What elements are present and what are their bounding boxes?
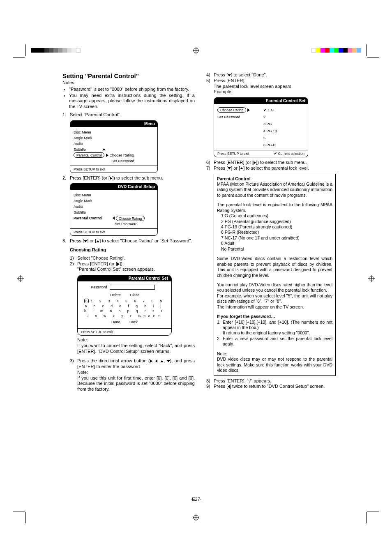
note-item: "Password" is set to "0000" before shipp… xyxy=(69,87,195,92)
rating-level: No Parental xyxy=(221,246,332,252)
password-input-box xyxy=(110,285,155,290)
osd-level: 4 PG 13 xyxy=(263,129,277,133)
info-box-text: MPAA (Motion Picture Association of Amer… xyxy=(217,182,332,198)
info-box-text: For example, when you select level "5", … xyxy=(217,293,332,304)
step-text: Press [ENTER]. "√" appears. xyxy=(214,378,336,384)
osd-footer: Press SETUP to exit xyxy=(78,328,171,335)
osd-item: Audio xyxy=(74,205,111,209)
rating-level: 3 PG (Parental guidance suggested) xyxy=(221,219,332,224)
step-number: 8) xyxy=(206,378,214,384)
info-box-parental-control: Parental Control MPAA (Motion Picture As… xyxy=(214,174,336,376)
substep-7: 7) Press [] or [] to select the parental… xyxy=(206,166,336,171)
note-label: Note: xyxy=(77,370,88,375)
up-arrow-icon xyxy=(102,148,106,150)
note-item: You may need extra instructions during t… xyxy=(69,93,195,110)
registration-mark-top xyxy=(193,47,199,54)
osd-level: 3 PG xyxy=(263,122,272,126)
substep-6: 6) Press [ENTER] (or []) to select the s… xyxy=(206,160,336,166)
osd-item: Set Password xyxy=(217,115,240,119)
step-number: 2) xyxy=(70,261,77,273)
substep-4: 4) Press [] to select "Done". xyxy=(206,72,336,78)
step-text: Press [ENTER] (or []) to select the sub … xyxy=(214,160,336,166)
step-number: 7) xyxy=(206,166,214,171)
step-2: 2. Press [ENTER] (or []) to select the s… xyxy=(62,175,195,181)
info-box-text: The information will appear on the TV sc… xyxy=(217,304,332,310)
step-text: Press the directional arrow button (, , … xyxy=(77,358,195,392)
page-footer: -E27- xyxy=(0,497,392,502)
osd-char-row: 1 2 3 4 5 6 7 8 9 xyxy=(91,299,165,303)
password-label: Password xyxy=(91,285,107,289)
step-text: Press [ENTER] (or []) to select the sub … xyxy=(70,175,195,181)
notes-list: "Password" is set to "0000" before shipp… xyxy=(62,87,195,110)
right-arrow-icon xyxy=(106,154,108,157)
registration-mark-bottom xyxy=(193,514,199,521)
check-icon: ✔ xyxy=(263,108,267,112)
step-3: 3. Press [] or [] to select "Choose Rati… xyxy=(62,238,195,244)
section-heading: Setting "Parental Control" xyxy=(62,72,195,79)
note-text: DVD video discs may or may not respond t… xyxy=(217,357,332,373)
osd-level: 2 xyxy=(263,115,265,119)
check-icon: ✔ xyxy=(274,151,277,156)
osd-item-selected: Choose Rating xyxy=(217,107,246,113)
colorbar-right xyxy=(311,48,361,53)
step-number: 4) xyxy=(206,72,214,78)
info-box-text: Some DVD-Video discs contain a restricti… xyxy=(217,256,332,278)
step-text: Select "Parental Control". xyxy=(70,112,195,118)
rating-level: 7 NC-17 (No one 17 and under admitted) xyxy=(221,235,332,241)
step-number: 5) xyxy=(206,78,214,95)
osd-item: Subtitle xyxy=(74,210,111,214)
osd-char-row: k l m n o p q r s t xyxy=(82,309,167,313)
rating-level: 6 PG-R (Restricted) xyxy=(221,230,332,235)
substep-2: 2) Press [ENTER] (or []). "Parental Cont… xyxy=(70,261,195,273)
osd-parental-control-set-levels: Parental Control Set Choose Rating Set P… xyxy=(214,97,308,157)
step-number: 2. xyxy=(217,336,223,347)
osd-item: Subtitle xyxy=(74,147,111,152)
osd-item: Angle Mark xyxy=(74,136,111,140)
step-number: 9) xyxy=(206,384,214,389)
step-number: 6) xyxy=(206,160,214,166)
step-text: Enter a new password and set the parenta… xyxy=(223,336,332,347)
left-column: Setting "Parental Control" Notes: "Passw… xyxy=(62,72,195,392)
rating-level: 1 G (General audiences) xyxy=(221,213,332,219)
substep-9: 9) Press [] twice to return to "DVD Cont… xyxy=(206,384,336,389)
osd-back: Back xyxy=(129,320,138,324)
osd-footer-left: Press SETUP to exit xyxy=(217,152,249,156)
page-content: Setting "Parental Control" Notes: "Passw… xyxy=(62,72,336,392)
osd-item-selected: Parental Control xyxy=(74,152,104,158)
osd-done: Done xyxy=(111,320,120,324)
osd-char-0: 0 xyxy=(84,299,89,303)
note-text: If you use this unit for first time, ent… xyxy=(77,375,195,392)
choosing-rating-heading: Choosing Rating xyxy=(70,247,195,253)
right-column: 4) Press [] to select "Done". 5) Press [… xyxy=(206,72,336,392)
registration-mark-right xyxy=(368,275,375,282)
info-box-text: The parental lock level is equivalent to… xyxy=(217,202,332,213)
osd-footer: Press SETUP to exit xyxy=(70,228,157,235)
step-text: Press [] or [] to select the parental lo… xyxy=(214,166,336,171)
note-label: Note: xyxy=(217,351,332,357)
osd-char-row: u v w x y z Space xyxy=(82,313,167,318)
step-text: Press [] to select "Done". xyxy=(214,72,336,78)
step-text: Enter [+10],[+10],[+10], and [+10]. (The… xyxy=(223,320,332,330)
osd-level: 6 PG-R xyxy=(263,143,276,147)
step-text: Press [] or [] to select "Choose Rating"… xyxy=(70,238,195,244)
osd-menu: Menu Disc Menu Angle Mark Audio Subtitle… xyxy=(70,120,158,173)
step-text: Press [] twice to return to "DVD Control… xyxy=(214,384,336,389)
osd-item: Audio xyxy=(74,142,111,146)
osd-title: Parental Control Set xyxy=(78,275,171,281)
rating-level: 4 PG-13 (Parents strongly cautioned) xyxy=(221,224,332,230)
note-cancel: If you want to cancel the setting, selec… xyxy=(77,343,195,355)
osd-item: Disc Menu xyxy=(74,193,111,197)
osd-item-selected: Parental Control xyxy=(74,216,111,220)
step-text: Press [ENTER] (or []). "Parental Control… xyxy=(77,261,195,273)
step-number: 2. xyxy=(62,175,70,181)
info-box-text: You cannot play DVD-Video discs rated hi… xyxy=(217,282,332,293)
step-number: 3) xyxy=(70,358,77,392)
step-text: Press [ENTER]. The parental lock level s… xyxy=(214,78,336,95)
osd-char-row: a b c d e f g h i j xyxy=(82,304,167,309)
left-arrow-icon xyxy=(113,216,115,220)
up-arrow-icon xyxy=(160,360,164,362)
step-text: Select "Choose Rating". xyxy=(77,256,195,261)
osd-sub-item: Choose Rating xyxy=(109,153,154,157)
osd-delete: Delete xyxy=(110,293,121,297)
osd-footer-right: Current selection xyxy=(278,152,304,156)
